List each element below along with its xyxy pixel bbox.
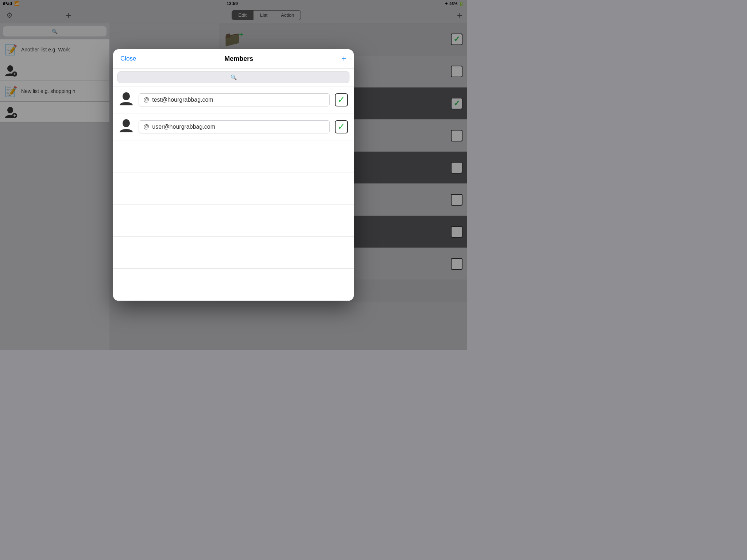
member-checkbox-2[interactable]: ✓ (335, 120, 348, 133)
modal-title: Members (224, 55, 253, 63)
empty-row-5 (113, 269, 354, 301)
member-email-container-2: @ user@hourgrabbag.com (139, 120, 330, 133)
empty-row-4 (113, 237, 354, 269)
empty-row-3 (113, 205, 354, 237)
member-checkmark-1: ✓ (337, 94, 345, 105)
member-avatar-2 (119, 118, 133, 136)
member-email-container-1: @ test@hourgrabbag.com (139, 93, 330, 106)
member-row-2[interactable]: @ user@hourgrabbag.com ✓ (113, 113, 354, 140)
member-email-1: test@hourgrabbag.com (152, 97, 213, 103)
modal-search-icon: 🔍 (231, 74, 237, 80)
svg-point-6 (123, 92, 130, 100)
members-modal: Close Members + 🔍 @ tes (113, 49, 354, 301)
member-checkmark-2: ✓ (337, 121, 345, 132)
member-checkbox-1[interactable]: ✓ (335, 93, 348, 106)
modal-overlay: Close Members + 🔍 @ tes (0, 0, 467, 350)
modal-add-button[interactable]: + (341, 54, 347, 63)
empty-row-2 (113, 172, 354, 205)
modal-search-area: 🔍 (113, 69, 354, 86)
modal-header: Close Members + (113, 49, 354, 69)
modal-close-button[interactable]: Close (120, 55, 136, 62)
empty-row-1 (113, 140, 354, 172)
at-sign-1: @ (143, 97, 149, 103)
modal-body: @ test@hourgrabbag.com ✓ @ user@hour (113, 86, 354, 301)
svg-point-7 (123, 119, 130, 127)
modal-search-input[interactable]: 🔍 (117, 71, 349, 83)
member-email-2: user@hourgrabbag.com (152, 124, 215, 130)
member-row-1[interactable]: @ test@hourgrabbag.com ✓ (113, 86, 354, 113)
member-avatar-1 (119, 91, 133, 109)
at-sign-2: @ (143, 124, 149, 130)
